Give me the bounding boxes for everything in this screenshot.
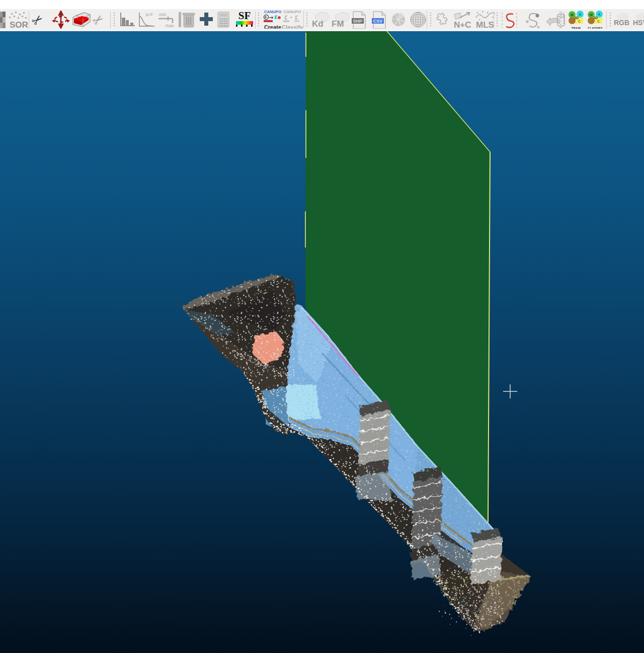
svg-text:HSV: HSV (633, 19, 644, 27)
svg-text:SHP: SHP (353, 19, 363, 24)
svg-text:FM: FM (332, 19, 344, 29)
svg-text:Kd: Kd (312, 19, 324, 29)
svg-text:SOR: SOR (10, 20, 28, 29)
svg-text:C: C (578, 20, 581, 23)
svg-text:μ,σ: μ,σ (146, 12, 153, 17)
svg-text:min: min (159, 12, 167, 17)
svg-text:M: M (590, 13, 593, 17)
svg-text:CSV: CSV (373, 19, 383, 24)
svg-text:C: C (597, 20, 600, 23)
svg-text:RGB: RGB (614, 19, 629, 27)
svg-text:max: max (166, 23, 175, 28)
svg-text:3D: 3D (593, 16, 598, 20)
svg-text:M: M (571, 13, 574, 17)
svg-text:A: A (598, 13, 601, 16)
svg-text:A: A (579, 13, 582, 16)
svg-text:3D: 3D (574, 16, 579, 20)
